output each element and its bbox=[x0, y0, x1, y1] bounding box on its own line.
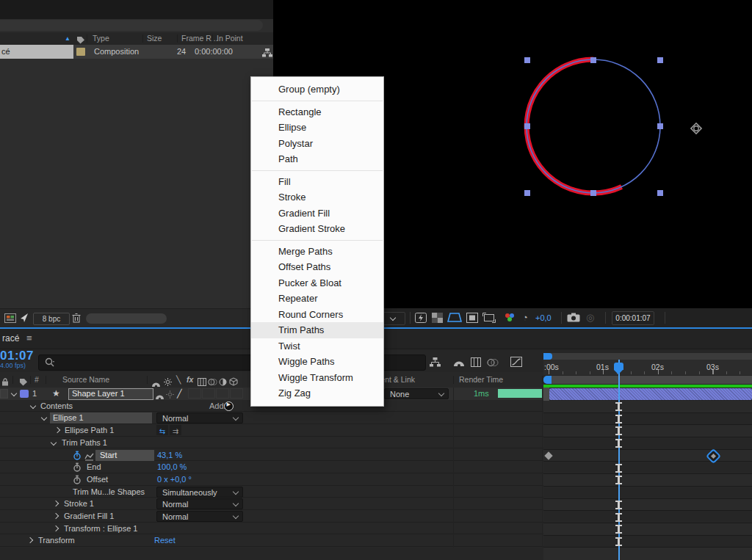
project-search-field[interactable] bbox=[0, 20, 263, 31]
current-time-display[interactable]: 01:07 bbox=[0, 349, 34, 363]
menu-item-fill[interactable]: Fill bbox=[251, 174, 383, 190]
expander-icon[interactable] bbox=[51, 440, 57, 446]
shy-toggle-icon[interactable] bbox=[453, 359, 465, 368]
trash-icon[interactable] bbox=[72, 313, 81, 324]
region-of-interest-icon[interactable] bbox=[466, 313, 478, 324]
comp-mini-flowchart-icon[interactable] bbox=[430, 357, 441, 368]
expander-icon[interactable] bbox=[53, 525, 59, 531]
expander-icon[interactable] bbox=[11, 390, 17, 396]
group-row-transform-ellipse-1[interactable]: Transform : Ellipse 1 bbox=[0, 523, 543, 535]
menu-item-trim-paths[interactable]: Trim Paths bbox=[251, 322, 383, 338]
expander-icon[interactable] bbox=[53, 513, 59, 519]
menu-item-gradient-stroke[interactable]: Gradient Stroke bbox=[251, 221, 383, 237]
motion-blur-icon[interactable] bbox=[487, 358, 499, 368]
shape-layer-ellipse[interactable] bbox=[516, 48, 671, 204]
menu-item-twist[interactable]: Twist bbox=[251, 338, 383, 354]
menu-item-wiggle-transform[interactable]: Wiggle Transform bbox=[251, 370, 383, 386]
column-type[interactable]: Type bbox=[93, 32, 109, 45]
blend-mode-dropdown[interactable]: Normal bbox=[156, 498, 243, 509]
menu-item-zig-zag[interactable]: Zig Zag bbox=[251, 385, 383, 401]
column-source-name[interactable]: Source Name bbox=[62, 372, 109, 388]
work-area-bar[interactable] bbox=[543, 375, 752, 385]
graph-editor-icon[interactable] bbox=[510, 357, 522, 368]
menu-item-ellipse[interactable]: Ellipse bbox=[251, 120, 383, 136]
resolution-icon[interactable] bbox=[482, 313, 496, 324]
anchor-target-icon[interactable] bbox=[687, 120, 705, 139]
group-row-ellipse-1[interactable]: Ellipse 1 Normal bbox=[0, 412, 543, 424]
sort-ascending-icon[interactable]: ▲ bbox=[65, 32, 70, 45]
layer-duration-track[interactable] bbox=[543, 388, 752, 401]
group-row-transform[interactable]: Transform Reset bbox=[0, 534, 543, 547]
layer-name-box[interactable]: Shape Layer 1 bbox=[68, 388, 153, 400]
expander-icon[interactable] bbox=[30, 403, 36, 409]
switch-cell[interactable] bbox=[216, 388, 229, 399]
transparency-grid-icon[interactable] bbox=[432, 313, 443, 324]
menu-item-offset-paths[interactable]: Offset Paths bbox=[251, 259, 383, 275]
menu-item-wiggle-paths[interactable]: Wiggle Paths bbox=[251, 354, 383, 370]
group-row-trim-paths-1[interactable]: Trim Paths 1 bbox=[0, 437, 543, 449]
color-channels-icon[interactable] bbox=[504, 313, 516, 324]
path-direction-toggle[interactable]: ⇆ bbox=[156, 425, 168, 435]
composition-flowchart-icon[interactable] bbox=[262, 48, 272, 62]
menu-item-gradient-fill[interactable]: Gradient Fill bbox=[251, 206, 383, 222]
fast-previews-icon[interactable] bbox=[415, 313, 427, 324]
view-dropdown[interactable] bbox=[382, 312, 405, 325]
end-value[interactable]: 100,0 % bbox=[157, 461, 187, 473]
menu-item-merge-paths[interactable]: Merge Paths bbox=[251, 244, 383, 260]
menu-item-group-empty[interactable]: Group (empty) bbox=[251, 81, 383, 98]
show-snapshot-icon[interactable]: ◎ bbox=[586, 312, 594, 323]
project-item-name-cell[interactable]: cé bbox=[0, 45, 73, 59]
frame-blend-icon[interactable] bbox=[471, 357, 481, 368]
menu-item-pucker-bloat[interactable]: Pucker & Bloat bbox=[251, 275, 383, 291]
project-scrollbar[interactable] bbox=[86, 313, 167, 324]
switch-cell[interactable] bbox=[230, 388, 243, 399]
layer-duration-bar[interactable] bbox=[549, 388, 752, 400]
column-size[interactable]: Size bbox=[147, 32, 162, 45]
group-row-gradient-fill-1[interactable]: Gradient Fill 1 Normal bbox=[0, 510, 543, 523]
parent-link-dropdown[interactable]: None bbox=[384, 388, 449, 399]
navigator-strip[interactable] bbox=[543, 353, 752, 360]
path-size-toggle[interactable]: ⇉ bbox=[170, 425, 181, 435]
column-render-time[interactable]: Render Time bbox=[459, 372, 503, 388]
project-thumbnail-icon[interactable] bbox=[4, 313, 16, 324]
preview-timecode[interactable]: 0:00:01:07 bbox=[612, 311, 654, 325]
expander-icon[interactable] bbox=[27, 537, 33, 543]
blend-mode-dropdown[interactable]: Normal bbox=[156, 511, 243, 522]
group-row-stroke-1[interactable]: Stroke 1 Normal bbox=[0, 498, 543, 510]
panel-menu-icon[interactable]: ≡ bbox=[26, 332, 32, 343]
reset-link[interactable]: Reset bbox=[154, 534, 176, 547]
property-row-offset[interactable]: Offset 0 x +0,0 ° bbox=[0, 473, 543, 486]
mask-visibility-icon[interactable] bbox=[447, 312, 462, 325]
current-time-indicator[interactable] bbox=[614, 363, 623, 370]
layer-quality-icon[interactable]: ╱ bbox=[177, 388, 182, 400]
blend-mode-dropdown[interactable]: Normal bbox=[156, 412, 243, 423]
time-ruler[interactable]: :00s 01s 02s 03s bbox=[543, 360, 752, 376]
add-button[interactable]: ▶ bbox=[224, 401, 234, 411]
menu-item-path[interactable]: Path bbox=[251, 151, 383, 167]
expander-icon[interactable] bbox=[54, 427, 60, 433]
av-cell[interactable] bbox=[0, 389, 8, 399]
layer-color-swatch[interactable] bbox=[20, 390, 29, 398]
expander-icon[interactable] bbox=[41, 415, 47, 421]
menu-item-rectangle[interactable]: Rectangle bbox=[251, 104, 383, 120]
exposure-value[interactable]: +0,0 bbox=[535, 313, 552, 322]
property-row-end[interactable]: End 100,0 % bbox=[0, 461, 543, 473]
navigator-start-handle[interactable] bbox=[543, 353, 552, 360]
menu-item-round-corners[interactable]: Round Corners bbox=[251, 307, 383, 323]
label-color-swatch[interactable] bbox=[76, 48, 85, 56]
project-item-row[interactable]: cé Composition 24 0:00:00:00 bbox=[0, 45, 273, 59]
trim-multiple-shapes-dropdown[interactable]: Simultaneously bbox=[156, 487, 243, 498]
timeline-track-area[interactable]: :00s 01s 02s 03s bbox=[543, 353, 752, 560]
selected-group-box[interactable]: Ellipse 1 bbox=[50, 412, 152, 423]
property-row-start[interactable]: Start 43,1 % bbox=[0, 449, 543, 462]
selected-property-box[interactable]: Start bbox=[95, 450, 154, 461]
start-value[interactable]: 43,1 % bbox=[157, 449, 182, 462]
offset-value[interactable]: 0 x +0,0 ° bbox=[157, 473, 192, 486]
bpc-button[interactable]: 8 bpc bbox=[33, 313, 70, 325]
switch-cell[interactable] bbox=[188, 388, 201, 399]
property-row-trim-multiple-shapes[interactable]: Trim Mu...le Shapes Simultaneously bbox=[0, 486, 543, 498]
column-in-point[interactable]: In Point bbox=[217, 32, 243, 45]
exposure-icon[interactable]: ◔ bbox=[522, 312, 528, 323]
property-row-ellipse-path-1[interactable]: Ellipse Path 1 ⇆ ⇉ bbox=[0, 424, 543, 437]
timeline-tab-label[interactable]: racé bbox=[2, 333, 19, 343]
